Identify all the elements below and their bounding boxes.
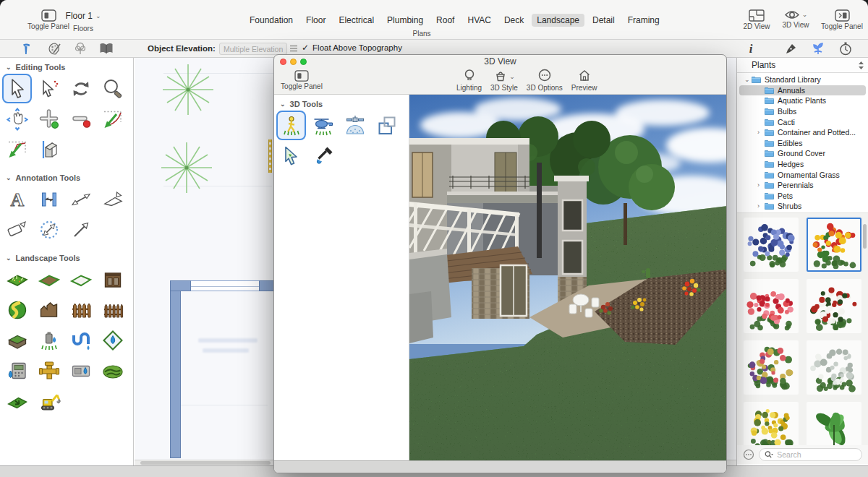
3d-view-button[interactable]: ⌄ 3D View [775,9,816,29]
drip-emitter-tool[interactable] [98,325,127,355]
library-item-standard-library[interactable]: ⌄Standard Library [737,74,868,85]
section-header-annotation-tools[interactable]: ⌄Annotation Tools [0,168,133,183]
library-item-bulbs[interactable]: Bulbs [737,106,868,117]
tab-roof[interactable]: Roof [431,14,459,27]
tab-landscape[interactable]: Landscape [532,14,584,27]
3d-window-titlebar[interactable]: 3D View [274,55,726,68]
tab-electrical[interactable]: Electrical [333,14,379,27]
3d-toggle-panel-button[interactable]: Toggle Panel [277,70,326,90]
move-annotation-tool[interactable] [34,215,64,244]
shed-tool[interactable] [98,265,127,294]
3d-window-bottom-bar[interactable] [274,460,726,473]
history-clock-icon[interactable] [839,42,852,59]
plan-window[interactable] [191,280,259,291]
dimension-tool[interactable] [34,184,64,214]
plant-active-icon[interactable] [812,42,825,58]
tab-floor[interactable]: Floor [301,14,331,27]
library-item-pets[interactable]: Pets [737,191,868,202]
select-tool[interactable] [2,74,32,103]
control-panel-tool[interactable] [66,356,95,385]
plan-tree-symbol[interactable] [161,62,216,117]
valve-tool[interactable] [34,356,64,385]
section-header-landscape-tools[interactable]: ⌄Landscape Tools [0,249,133,263]
chevron-right-icon[interactable]: › [757,129,765,136]
library-item-hedges[interactable]: Hedges [737,159,868,170]
tab-deck[interactable]: Deck [499,14,529,27]
section-header-editing-tools[interactable]: ⌄Editing Tools [0,58,133,72]
zoom-tool[interactable] [98,74,127,103]
plan-wall[interactable] [259,280,275,291]
sprinkler-tool[interactable] [34,325,64,355]
plan-overlay-tool[interactable] [372,111,401,140]
picket-fence-tool[interactable] [98,295,127,325]
reference-view-tool[interactable] [34,134,64,164]
plan-wall[interactable] [170,280,191,291]
slope-region-tool[interactable] [2,386,32,416]
3d-style-button[interactable]: ⌄3D Style [490,70,518,92]
list-options-icon[interactable] [289,45,298,52]
chevron-down-icon[interactable]: ⌄ [744,77,752,83]
plant-thumbnail-silver-foliage-annual[interactable] [807,340,861,395]
color-palette-icon[interactable] [48,42,62,59]
plan-wall[interactable] [170,280,181,458]
lighting-button[interactable]: Lighting [456,70,482,92]
arrow-tool[interactable] [66,215,95,244]
irrigation-pipe-tool[interactable] [66,325,95,355]
library-item-ornamental-grass[interactable]: Ornamental Grass [737,169,868,180]
plot-region-tool[interactable] [66,265,95,294]
tab-framing[interactable]: Framing [623,14,665,27]
fence-tool[interactable] [66,295,95,325]
callout-tool[interactable] [98,184,127,214]
retaining-wall-tool[interactable] [34,295,64,325]
object-elevation-field[interactable] [219,43,287,55]
excavator-tool[interactable] [34,386,64,416]
minimize-button[interactable] [290,59,297,65]
orbit-view-tool[interactable] [340,111,370,140]
annotation-pen-icon[interactable] [785,43,797,58]
tab-detail[interactable]: Detail [587,14,620,27]
section-header-3d-tools[interactable]: ⌄3D Tools [274,95,409,109]
eyedropper-tool[interactable] [308,141,338,171]
plant-tree-icon[interactable] [74,42,87,59]
library-item-annuals[interactable]: Annuals [737,85,868,96]
garden-bed-tool[interactable] [2,265,32,294]
irrigation-controller-tool[interactable] [2,356,32,385]
3d-viewport[interactable] [409,95,726,460]
library-item-container-and-potted[interactable]: ›Container and Potted... [737,127,868,138]
library-item-aquatic-plants[interactable]: Aquatic Plants [737,95,868,106]
select-3d-tool[interactable] [276,141,306,171]
terrain-region-tool[interactable] [34,265,64,294]
info-icon[interactable]: i [746,42,755,58]
chevron-right-icon[interactable]: › [757,203,765,210]
library-item-cacti[interactable]: Cacti [737,116,868,127]
helicopter-view-tool[interactable] [308,111,338,140]
more-options-icon[interactable] [743,449,754,460]
build-tools-hammer-icon[interactable] [20,42,34,59]
pan-tool[interactable] [2,104,32,134]
tab-foundation[interactable]: Foundation [244,14,298,27]
stamp-tool[interactable] [2,215,32,244]
plant-thumbnail-red-annual-flowers[interactable] [744,279,799,333]
add-object-tool[interactable] [34,104,64,134]
end-to-end-dimension-tool[interactable] [66,184,95,214]
preview-button[interactable]: Preview [571,70,597,92]
fillet-corner-tool[interactable] [98,104,127,134]
chamfer-corner-tool[interactable] [2,134,32,164]
2d-view-button[interactable]: 2D View [736,9,777,30]
search-field[interactable] [759,448,862,461]
path-tool[interactable] [2,295,32,325]
chevron-right-icon[interactable]: › [757,182,765,189]
close-button[interactable] [280,59,286,65]
library-scrollbar-thumb[interactable] [863,224,867,249]
library-item-edibles[interactable]: Edibles [737,138,868,149]
tab-hvac[interactable]: HVAC [462,14,495,27]
plan-tree-symbol[interactable] [159,140,214,195]
terrain-mound-tool[interactable] [98,356,127,385]
plant-thumbnail-mixed-red-yellow-annuals[interactable] [807,218,861,272]
planter-tool[interactable] [2,325,32,355]
3d-options-button[interactable]: 3D Options [527,70,563,92]
library-item-perennials[interactable]: ›Perennials [737,180,868,191]
float-above-topography-checkbox[interactable]: ✓ Float Above Topography [302,43,402,52]
library-item-shrubs[interactable]: ›Shrubs [737,201,868,212]
library-book-icon[interactable] [99,42,114,58]
